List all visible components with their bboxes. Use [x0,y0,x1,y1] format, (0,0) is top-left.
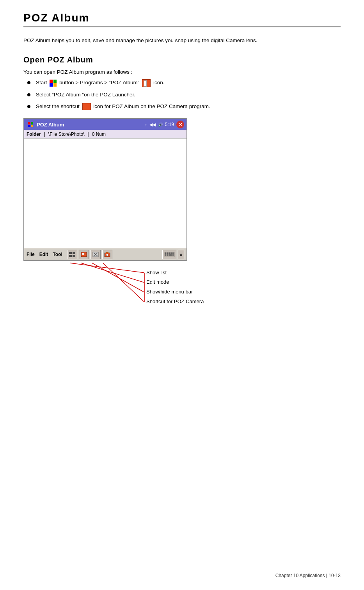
menubar-separator-2: | [88,132,89,137]
signal-icon: ↑ [145,122,147,127]
menubar-separator-1: | [44,132,45,137]
svg-rect-13 [165,252,166,254]
svg-rect-14 [167,252,168,254]
menubar-folder: Folder [27,132,41,137]
photo-icon [81,252,87,257]
bullet-item-start: Start button > Programs > "POZ Album" ic… [27,79,341,87]
menubar-path: \File Store\Photo\ [48,132,85,137]
shortcut-camera-icon [82,103,91,110]
page-footer: Chapter 10 Applications | 10-13 [275,573,341,578]
toolbar-file[interactable]: File [27,252,35,257]
svg-line-25 [103,263,144,302]
app-titlebar: POZ Album ↑ ◀◀ 🔊 5:19 ✕ [24,119,186,130]
callout-label-show-hide-menu: Show/hide menu bar [146,289,193,295]
svg-rect-21 [172,254,174,256]
bullet-text-2: Select “POZ Album “on the POZ Launcher. [36,91,135,99]
svg-rect-19 [167,254,168,256]
app-toolbar: File Edit Tool [24,248,186,260]
svg-rect-5 [82,253,84,255]
album-book-icon [142,79,151,87]
footer-page: 10-13 [328,573,341,578]
toolbar-tool[interactable]: Tool [53,252,62,257]
grid-icon [69,252,75,257]
svg-line-23 [81,263,144,283]
close-button[interactable]: ✕ [176,121,184,128]
bullet-dot-1 [27,81,30,84]
callout-label-show-list: Show list [146,270,167,275]
bullet-text-3: Select the shortcut icon for POZ Album o… [36,103,210,110]
svg-rect-20 [169,254,172,256]
titlebar-flag-icon [28,122,33,127]
intro-text: POZ Album helps you to edit, save and ma… [23,37,341,44]
titlebar-right: ↑ ◀◀ 🔊 5:19 ✕ [145,121,184,128]
footer-chapter: Chapter 10 Applications [275,573,325,578]
titlebar-app-name: POZ Album [37,122,64,128]
time-display: 5:19 [165,122,174,127]
svg-rect-3 [73,255,75,257]
section-heading: Open POZ Album [23,55,341,64]
toolbar-scroll-up[interactable]: ▲ [178,250,184,259]
svg-rect-18 [165,254,166,256]
toolbar-btn-camera[interactable] [102,250,112,259]
start-icon [50,80,57,87]
app-menubar: Folder | \File Store\Photo\ | 0 Num [24,130,186,139]
titlebar-left: POZ Album [27,122,64,128]
bullet-dot-2 [27,93,30,96]
toolbar-btn-photo[interactable] [79,250,89,259]
keyboard-icon [164,252,175,257]
bullet-item-shortcut: Select the shortcut icon for POZ Album o… [27,103,341,110]
toolbar-btn-keyboard[interactable] [162,250,176,259]
scissors-icon [92,252,99,257]
callout-label-shortcut-poz-camera: Shortcut for POZ Camera [146,299,204,304]
toolbar-btn-scissors[interactable] [91,250,101,259]
bullet-list: Start button > Programs > "POZ Album" ic… [27,79,341,110]
toolbar-btn-grid[interactable] [67,250,77,259]
svg-rect-11 [106,252,108,253]
toolbar-edit[interactable]: Edit [39,252,48,257]
svg-rect-0 [69,252,72,254]
bullet-text-1: Start button > Programs > "POZ Album" ic… [36,79,165,87]
bullet-item-launcher: Select “POZ Album “on the POZ Launcher. [27,91,341,99]
svg-rect-16 [170,252,172,254]
page-title: POZ Album [23,12,341,27]
pda-screenshot: POZ Album ↑ ◀◀ 🔊 5:19 ✕ Folder | \File S… [23,118,187,261]
bullet-dot-3 [27,105,30,108]
svg-point-10 [106,254,108,256]
bullets-intro: You can open POZ Album program as follow… [23,69,341,75]
svg-rect-15 [169,252,170,254]
svg-rect-17 [172,252,174,254]
menubar-count: 0 Num [92,132,106,137]
callout-label-edit-mode: Edit mode [146,279,169,285]
volume-icon: 🔊 [158,123,163,127]
app-content-area [24,139,186,248]
camera-toolbar-icon [104,252,110,257]
sound-icon: ◀◀ [149,122,156,127]
svg-rect-2 [69,255,72,257]
svg-rect-1 [73,252,75,254]
